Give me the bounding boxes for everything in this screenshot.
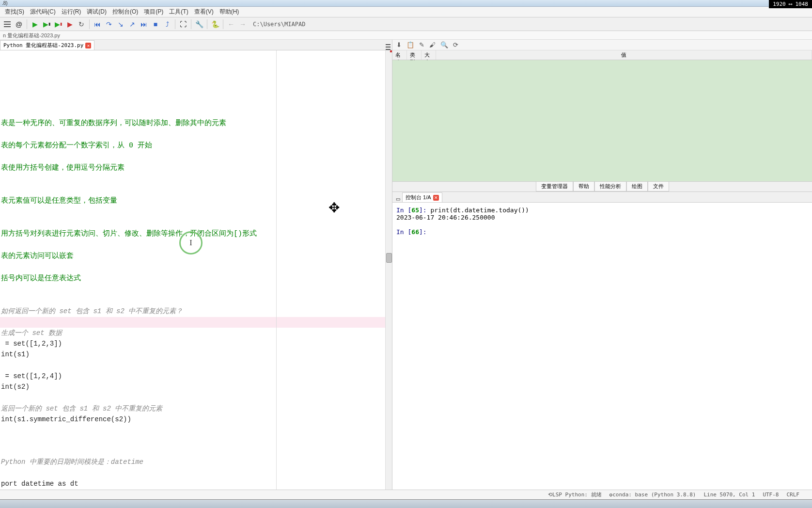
tab-help[interactable]: 帮助 <box>573 182 594 191</box>
status-encoding[interactable]: UTF-8 <box>763 492 779 498</box>
right-pane: ⬇ 📋 ✎ 🖌 🔍 ⟳ 名称 类型 大小 值 变量管理器 帮助 性能分析 绘图 … <box>392 40 812 499</box>
stop-icon[interactable]: ■ <box>150 19 161 30</box>
code-line: 表使用方括号创建，使用逗号分隔元素 <box>0 162 392 174</box>
run-cell-advance-icon[interactable]: ▶▮ <box>53 19 63 30</box>
run-selection-icon[interactable]: ▶ <box>64 19 75 30</box>
menu-help[interactable]: 帮助(H) <box>217 7 242 17</box>
code-editor[interactable]: 表是一种无序的、可重复的数据序列，可以随时添加、删除其中的元素表的每个元素都分配… <box>0 50 392 499</box>
tab-var-explorer[interactable]: 变量管理器 <box>536 182 573 191</box>
menubar: 查找(S) 源代码(C) 运行(R) 调试(D) 控制台(O) 项目(P) 工具… <box>0 7 812 17</box>
editor-menu-icon[interactable] <box>384 42 392 50</box>
python-icon[interactable]: 🐍 <box>210 19 220 30</box>
rerun-icon[interactable]: ↻ <box>76 19 87 30</box>
var-explorer-body[interactable] <box>392 60 812 181</box>
right-tabs: 变量管理器 帮助 性能分析 绘图 文件 <box>392 181 812 192</box>
nav-back-icon[interactable]: ← <box>226 19 236 30</box>
file-tab-label: Python 量化编程基础-2023.py <box>3 42 83 49</box>
console-tabbar: ▭ 控制台 1/A ✕ <box>392 192 812 203</box>
console-tab[interactable]: 控制台 1/A ✕ <box>402 192 442 202</box>
main-area: Python 量化编程基础-2023.py ✕ 表是一种无序的、可重复的数据序列… <box>0 40 812 499</box>
code-line <box>0 317 392 328</box>
code-line <box>0 174 392 185</box>
code-line <box>0 285 392 295</box>
menu-source[interactable]: 源代码(C) <box>27 7 59 17</box>
status-line-col[interactable]: Line 5070, Col 1 <box>703 492 755 498</box>
save-data-icon[interactable]: 📋 <box>406 41 414 48</box>
status-eol[interactable]: CRLF <box>787 492 800 498</box>
code-line: int(s1.symmetric_difference(s2)) <box>0 414 392 425</box>
code-line: 表的每个元素都分配一个数字索引，从 0 开始 <box>0 140 392 152</box>
step-over-icon[interactable]: ↷ <box>104 19 114 30</box>
tab-files[interactable]: 文件 <box>648 182 669 191</box>
tab-profiler[interactable]: 性能分析 <box>594 182 626 191</box>
run-cell-icon[interactable]: ▶▮ <box>41 19 52 30</box>
menu-tools[interactable]: 工具(T) <box>166 7 191 17</box>
in-prompt: In [ <box>396 228 411 236</box>
at-icon[interactable]: @ <box>14 19 24 30</box>
code-line: 括号内可以是任意表达式 <box>0 273 392 285</box>
wrench-icon[interactable]: 🔧 <box>194 19 204 30</box>
fullscreen-icon[interactable]: ⛶ <box>178 19 188 30</box>
step-out-icon[interactable]: ↗ <box>127 19 138 30</box>
import-icon[interactable]: ⬇ <box>396 41 402 48</box>
document-path: n 量化编程基础-2023.py <box>0 31 812 40</box>
code-line <box>0 107 392 118</box>
code-line <box>0 152 392 162</box>
code-line: 表元素值可以是任意类型，包括变量 <box>0 195 392 207</box>
col-size[interactable]: 大小 <box>422 50 436 60</box>
debug-exit-icon[interactable]: ⤴ <box>162 19 172 30</box>
title-text: .8) <box>2 0 8 6</box>
debug-first-icon[interactable]: ⏮ <box>92 19 103 30</box>
continue-icon[interactable]: ⏭ <box>139 19 149 30</box>
col-type[interactable]: 类型 <box>407 50 422 60</box>
code-line: Python 中重要的日期时间模块是：datetime <box>0 457 392 467</box>
working-dir[interactable]: C:\Users\MIAPAD <box>253 21 305 28</box>
code-line: port datetime as dt <box>0 478 392 489</box>
statusbar: ⟲LSP Python: 就绪 ✪conda: base (Python 3.8… <box>0 490 812 499</box>
code-line: 生成一个 set 数据 <box>0 328 392 338</box>
os-taskbar[interactable] <box>0 499 812 508</box>
status-conda[interactable]: ✪conda: base (Python 3.8.8) <box>609 492 696 498</box>
menu-project[interactable]: 项目(P) <box>141 7 166 17</box>
in-prompt-close: ]: <box>419 228 430 236</box>
code-line <box>0 435 392 446</box>
code-line: int(s2) <box>0 381 392 392</box>
menu-view[interactable]: 查看(V) <box>191 7 217 17</box>
code-line <box>0 218 392 228</box>
refresh-icon[interactable]: ⟳ <box>453 41 458 48</box>
nav-forward-icon[interactable]: → <box>237 19 248 30</box>
var-explorer-header: 名称 类型 大小 值 <box>392 50 812 60</box>
code-line: 用方括号对列表进行元素访问、切片、修改、删除等操作，开闭合区间为[)形式 <box>0 228 392 240</box>
tab-plots[interactable]: 绘图 <box>626 182 648 191</box>
code-line <box>0 393 392 403</box>
close-icon[interactable]: ✕ <box>85 43 91 48</box>
in-num: 66 <box>411 228 419 236</box>
search-icon[interactable]: 🔍 <box>440 41 448 48</box>
editor-scrollbar[interactable] <box>385 50 392 499</box>
margin-line <box>276 50 277 499</box>
titlebar: .8) <box>0 0 812 7</box>
close-icon[interactable]: ✕ <box>433 195 439 201</box>
console-output[interactable]: In [65]: print(dt.datetime.today()) 2023… <box>392 203 812 490</box>
console-menu-icon[interactable]: ▭ <box>394 195 401 202</box>
col-value[interactable]: 值 <box>436 50 812 60</box>
status-lsp[interactable]: ⟲LSP Python: 就绪 <box>548 491 601 498</box>
editor-tabs: Python 量化编程基础-2023.py ✕ <box>0 40 392 50</box>
code-line: 表的元素访问可以嵌套 <box>0 251 392 262</box>
file-tab[interactable]: Python 量化编程基础-2023.py ✕ <box>0 40 94 50</box>
menu-find[interactable]: 查找(S) <box>2 7 27 17</box>
menu-console[interactable]: 控制台(O) <box>109 7 141 17</box>
menu-debug[interactable]: 调试(D) <box>84 7 109 17</box>
remove-icon[interactable]: 🖌 <box>429 41 436 48</box>
col-name[interactable]: 名称 <box>392 50 407 60</box>
outline-icon[interactable] <box>2 19 13 30</box>
code-line: = set([1,2,4]) <box>0 371 392 381</box>
code-line: 返回一个新的 set 包含 s1 和 s2 中不重复的元素 <box>0 403 392 414</box>
run-icon[interactable]: ▶ <box>30 19 40 30</box>
step-in-icon[interactable]: ↘ <box>115 19 126 30</box>
scroll-thumb[interactable] <box>386 253 392 263</box>
code-line <box>0 262 392 273</box>
in-prompt-close: ]: <box>419 206 430 214</box>
edit-icon[interactable]: ✎ <box>419 41 424 48</box>
menu-run[interactable]: 运行(R) <box>59 7 84 17</box>
